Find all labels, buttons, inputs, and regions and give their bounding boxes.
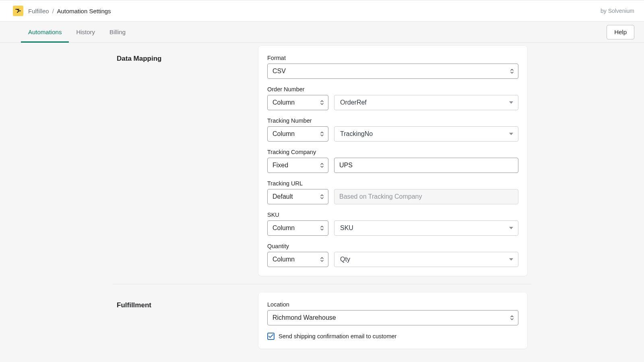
combo-order-number-value[interactable]: OrderRef [334, 95, 518, 110]
fulfillment-card: Location Richmond Warehouse Send shippin… [258, 292, 527, 349]
page-body: Data Mapping Format CSV Order Number Co [0, 43, 644, 349]
tab-automations[interactable]: Automations [21, 22, 69, 43]
breadcrumb-separator: / [52, 8, 54, 14]
section-title-fulfillment: Fulfillment [117, 292, 258, 349]
combo-sku-value[interactable]: SKU [334, 220, 518, 236]
field-order-number: Order Number Column OrderRef [267, 86, 518, 110]
chevron-down-icon [509, 227, 513, 229]
label-tracking-number: Tracking Number [267, 117, 518, 124]
select-tracking-url-mode[interactable]: Default [267, 189, 328, 204]
field-tracking-url: Tracking URL Default Based on Tracking C… [267, 180, 518, 204]
checkbox-notify-label: Send shipping confirmation email to cust… [279, 333, 396, 339]
updown-icon [320, 257, 324, 262]
checkbox-notify-customer[interactable]: Send shipping confirmation email to cust… [267, 333, 518, 340]
section-title-data-mapping: Data Mapping [117, 46, 258, 276]
breadcrumb: Fulfilleo / Automation Settings [28, 8, 111, 14]
updown-icon [510, 315, 514, 321]
select-sku-mode[interactable]: Column [267, 220, 328, 236]
section-data-mapping: Data Mapping Format CSV Order Number Co [117, 46, 527, 276]
combo-quantity-value[interactable]: Qty [334, 252, 518, 267]
label-order-number: Order Number [267, 86, 518, 93]
label-format: Format [267, 55, 518, 61]
label-tracking-url: Tracking URL [267, 180, 518, 187]
field-quantity: Quantity Column Qty [267, 243, 518, 267]
chevron-down-icon [509, 101, 513, 104]
input-tracking-url-value: Based on Tracking Company [334, 189, 518, 204]
vendor-label: by Solvenium [601, 8, 634, 14]
field-format: Format CSV [267, 55, 518, 79]
topbar: Fulfilleo / Automation Settings by Solve… [0, 0, 644, 22]
label-quantity: Quantity [267, 243, 518, 249]
chevron-down-icon [509, 133, 513, 135]
label-location: Location [267, 301, 518, 308]
select-tracking-company-mode[interactable]: Fixed [267, 158, 328, 173]
section-fulfillment: Fulfillment Location Richmond Warehouse … [117, 292, 527, 349]
combo-tracking-number-value[interactable]: TrackingNo [334, 126, 518, 142]
label-sku: SKU [267, 212, 518, 218]
select-format[interactable]: CSV [267, 64, 518, 79]
data-mapping-card: Format CSV Order Number Column [258, 46, 527, 276]
help-button[interactable]: Help [607, 25, 634, 39]
section-divider [113, 284, 531, 284]
updown-icon [320, 225, 324, 231]
updown-icon [320, 131, 324, 137]
tabbar: Automations History Billing Help [0, 22, 644, 43]
tab-history[interactable]: History [69, 22, 102, 43]
breadcrumb-app[interactable]: Fulfilleo [28, 8, 49, 14]
select-tracking-number-mode[interactable]: Column [267, 126, 328, 142]
breadcrumb-page: Automation Settings [57, 8, 111, 14]
app-logo-icon [13, 6, 23, 16]
chevron-down-icon [509, 258, 513, 261]
select-order-number-mode[interactable]: Column [267, 95, 328, 110]
field-tracking-number: Tracking Number Column TrackingNo [267, 117, 518, 142]
input-tracking-company-value[interactable]: UPS [334, 158, 518, 173]
label-tracking-company: Tracking Company [267, 149, 518, 155]
updown-icon [320, 100, 324, 105]
select-location[interactable]: Richmond Warehouse [267, 310, 518, 325]
updown-icon [320, 194, 324, 200]
checkbox-icon[interactable] [267, 333, 275, 340]
select-quantity-mode[interactable]: Column [267, 252, 328, 267]
field-sku: SKU Column SKU [267, 212, 518, 236]
select-format-value: CSV [272, 68, 286, 75]
updown-icon [320, 162, 324, 168]
updown-icon [510, 68, 514, 74]
field-tracking-company: Tracking Company Fixed UPS [267, 149, 518, 173]
field-location: Location Richmond Warehouse [267, 301, 518, 325]
tab-billing[interactable]: Billing [102, 22, 133, 43]
